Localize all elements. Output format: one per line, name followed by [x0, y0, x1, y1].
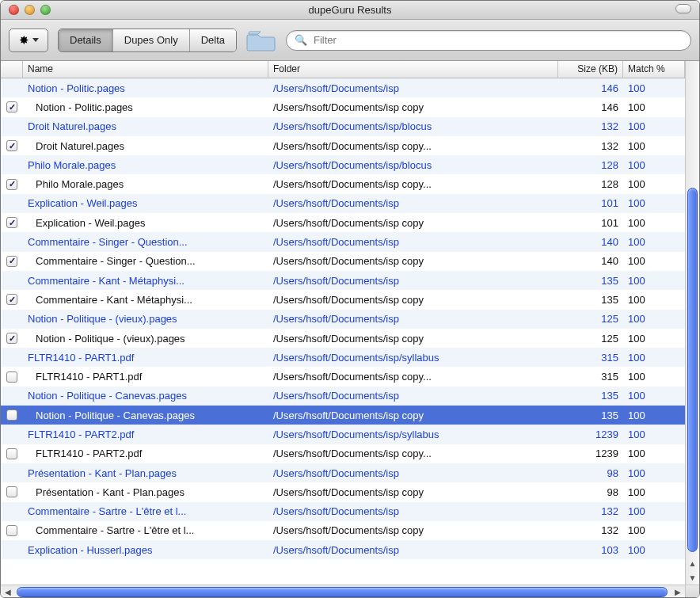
row-size: 128 [558, 159, 623, 171]
row-folder: /Users/hsoft/Documents/isp copy... [268, 178, 558, 190]
window-controls [9, 5, 51, 15]
actions-menu-button[interactable]: ✸ [9, 29, 48, 52]
vertical-scroll-thumb[interactable] [687, 188, 698, 552]
row-checkbox[interactable] [6, 217, 17, 228]
row-name: Philo Morale.pages [23, 159, 268, 171]
row-match: 100 [623, 294, 685, 306]
row-checkbox[interactable] [6, 179, 17, 190]
table-row[interactable]: Notion - Politic.pages/Users/hsoft/Docum… [1, 97, 685, 116]
toolbar: ✸ Details Dupes Only Delta 🔍 [1, 20, 699, 61]
scroll-left-arrow-icon[interactable]: ◀ [1, 585, 15, 598]
row-match: 100 [623, 505, 685, 517]
table-row[interactable]: Notion - Politique - Canevas.pages/Users… [1, 387, 685, 406]
row-checkbox-cell [1, 101, 23, 112]
row-folder: /Users/hsoft/Documents/isp copy [268, 486, 558, 498]
table-row[interactable]: FLTR1410 - PART2.pdf/Users/hsoft/Documen… [1, 425, 685, 444]
row-size: 1239 [558, 448, 623, 459]
row-match: 100 [623, 140, 685, 152]
row-match: 100 [623, 178, 685, 190]
table-row[interactable]: Commentaire - Sartre - L'être et l.../Us… [1, 521, 685, 540]
window-title: dupeGuru Results [1, 4, 699, 16]
table-row[interactable]: Droit Naturel.pages/Users/hsoft/Document… [1, 117, 685, 136]
row-checkbox-cell [1, 333, 23, 344]
row-name: Droit Naturel.pages [23, 120, 268, 132]
filter-search-field[interactable]: 🔍 [286, 30, 691, 51]
close-button[interactable] [9, 5, 19, 15]
table-row[interactable]: Explication - Weil.pages/Users/hsoft/Doc… [1, 213, 685, 232]
segment-dupes-only[interactable]: Dupes Only [113, 29, 190, 51]
table-row[interactable]: Commentaire - Sartre - L'être et l.../Us… [1, 502, 685, 521]
row-match: 100 [623, 409, 685, 421]
titlebar: dupeGuru Results [1, 1, 699, 20]
minimize-button[interactable] [25, 5, 35, 15]
row-name: Présentation - Kant - Plan.pages [23, 467, 268, 479]
row-checkbox[interactable] [6, 448, 17, 459]
table-row[interactable]: Explication - Weil.pages/Users/hsoft/Doc… [1, 194, 685, 213]
scroll-up-arrow-icon[interactable]: ▲ [686, 556, 699, 570]
column-header-checkbox[interactable] [1, 61, 23, 78]
row-checkbox-cell [1, 486, 23, 497]
toolbar-toggle-pill[interactable] [675, 4, 691, 13]
row-name: FLTR1410 - PART2.pdf [23, 429, 268, 440]
row-size: 132 [558, 524, 623, 536]
column-header-name[interactable]: Name [23, 61, 268, 78]
table-row[interactable]: FLTR1410 - PART2.pdf/Users/hsoft/Documen… [1, 444, 685, 463]
table-row[interactable]: Explication - Husserl.pages/Users/hsoft/… [1, 540, 685, 559]
row-name: Notion - Politic.pages [23, 101, 268, 113]
table-row[interactable]: Notion - Politique - (vieux).pages/Users… [1, 329, 685, 348]
row-match: 100 [623, 352, 685, 364]
row-size: 140 [558, 255, 623, 267]
zoom-button[interactable] [40, 5, 51, 15]
table-row[interactable]: FLTR1410 - PART1.pdf/Users/hsoft/Documen… [1, 367, 685, 386]
row-name: Droit Naturel.pages [23, 140, 268, 152]
table-row[interactable]: Droit Naturel.pages/Users/hsoft/Document… [1, 136, 685, 155]
row-checkbox[interactable] [6, 333, 17, 344]
horizontal-scrollbar[interactable]: ◀ ▶ [1, 585, 699, 598]
row-size: 1239 [558, 429, 623, 440]
table-row[interactable]: Commentaire - Kant - Métaphysi.../Users/… [1, 271, 685, 290]
filter-input[interactable] [312, 33, 683, 47]
table-row[interactable]: Présentation - Kant - Plan.pages/Users/h… [1, 482, 685, 501]
horizontal-scroll-thumb[interactable] [17, 587, 668, 597]
row-checkbox-cell [1, 140, 23, 151]
row-checkbox-cell [1, 448, 23, 459]
table-row[interactable]: Présentation - Kant - Plan.pages/Users/h… [1, 463, 685, 482]
row-checkbox-cell [1, 294, 23, 305]
segment-delta[interactable]: Delta [190, 29, 236, 51]
scroll-down-arrow-icon[interactable]: ▼ [686, 570, 699, 585]
row-folder: /Users/hsoft/Documents/isp/blocus [268, 159, 558, 171]
row-match: 100 [623, 236, 685, 248]
table-body: Notion - Politic.pages/Users/hsoft/Docum… [1, 78, 685, 585]
row-checkbox[interactable] [6, 101, 17, 112]
column-header-size[interactable]: Size (KB) [558, 61, 623, 78]
table-row[interactable]: Notion - Politic.pages/Users/hsoft/Docum… [1, 78, 685, 97]
vertical-scrollbar[interactable]: ▲ ▼ [685, 61, 699, 585]
scroll-right-arrow-icon[interactable]: ▶ [671, 585, 685, 598]
row-checkbox[interactable] [6, 256, 17, 267]
row-folder: /Users/hsoft/Documents/isp copy [268, 101, 558, 113]
row-checkbox[interactable] [6, 409, 17, 421]
row-checkbox[interactable] [6, 371, 17, 383]
table-row[interactable]: Commentaire - Singer - Question.../Users… [1, 252, 685, 271]
row-checkbox[interactable] [6, 525, 17, 536]
table-row[interactable]: Notion - Politique - (vieux).pages/Users… [1, 310, 685, 329]
row-checkbox[interactable] [6, 140, 17, 151]
segment-details[interactable]: Details [59, 29, 113, 51]
table-row[interactable]: Commentaire - Singer - Question.../Users… [1, 232, 685, 251]
table-row[interactable]: Commentaire - Kant - Métaphysi.../Users/… [1, 290, 685, 309]
row-name: FLTR1410 - PART1.pdf [23, 352, 268, 364]
column-header-match[interactable]: Match % [623, 61, 685, 78]
column-header-folder[interactable]: Folder [268, 61, 558, 78]
table-row[interactable]: Philo Morale.pages/Users/hsoft/Documents… [1, 155, 685, 174]
folder-icon [246, 28, 276, 53]
table-row[interactable]: Notion - Politique - Canevas.pages/Users… [1, 406, 685, 425]
table-row[interactable]: Philo Morale.pages/Users/hsoft/Documents… [1, 174, 685, 193]
row-checkbox-cell [1, 256, 23, 267]
row-match: 100 [623, 159, 685, 171]
row-checkbox[interactable] [6, 486, 17, 497]
table-row[interactable]: FLTR1410 - PART1.pdf/Users/hsoft/Documen… [1, 348, 685, 367]
row-checkbox[interactable] [6, 294, 17, 305]
row-folder: /Users/hsoft/Documents/isp/syllabus [268, 429, 558, 440]
row-size: 315 [558, 352, 623, 364]
reveal-folder-button[interactable] [246, 28, 276, 53]
